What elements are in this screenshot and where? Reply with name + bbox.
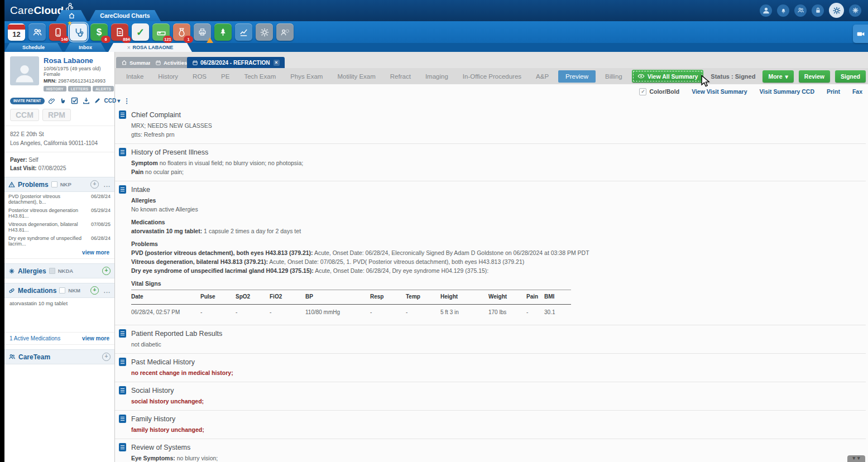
medications-panel-header[interactable]: Medications NKM + ...: [4, 283, 114, 298]
allergies-panel-header[interactable]: Allergies NKDA +: [4, 263, 114, 278]
chip-alerts[interactable]: ALERTS: [93, 86, 114, 92]
subtab-motility-exam[interactable]: Motility Exam: [330, 73, 382, 80]
tab-visit-label: 06/28/2024 - REFRACTION: [200, 60, 270, 66]
settings-gears-button[interactable]: [829, 3, 844, 18]
close-icon[interactable]: ×: [127, 45, 131, 51]
subtab-tech-exam[interactable]: Tech Exam: [237, 73, 283, 80]
subtab-ap[interactable]: A&P: [529, 73, 556, 80]
add-problem-button[interactable]: +: [90, 180, 99, 189]
schedule-calendar-button[interactable]: 12: [8, 23, 25, 41]
tab-inbox[interactable]: Inbox: [65, 43, 106, 52]
problem-row[interactable]: Posterior vitreous degeneration H43.81..…: [4, 206, 114, 220]
vitals-col: FiO2: [270, 290, 305, 305]
vitals-cell: 5 ft 3 in: [440, 305, 488, 321]
settings-button[interactable]: [256, 23, 273, 41]
nav-carecloud-charts-tab[interactable]: CareCloud Charts: [89, 10, 161, 21]
signed-button[interactable]: Signed: [835, 70, 866, 83]
problem-row[interactable]: Vitreous degeneration, bilateral H43.81.…: [4, 220, 114, 234]
subtab-intake[interactable]: Intake: [119, 73, 151, 80]
problems-view-more-link[interactable]: view more: [4, 248, 114, 259]
subtab-billing[interactable]: Billing: [598, 73, 630, 80]
fax-link[interactable]: Fax: [852, 88, 862, 95]
subtab-imaging[interactable]: Imaging: [418, 73, 455, 80]
avatar[interactable]: [10, 56, 39, 85]
privacy-lock-button[interactable]: [812, 4, 824, 17]
subtab-refract[interactable]: Refract: [383, 73, 418, 80]
notifications-button[interactable]: [777, 4, 789, 17]
chip-history[interactable]: HISTORY: [44, 86, 66, 92]
patient-name[interactable]: Rosa Labaone: [44, 56, 114, 65]
review-button[interactable]: Review: [799, 70, 830, 83]
invite-patient-button[interactable]: INVITE PATIENT: [10, 98, 45, 104]
problem-row[interactable]: Dry eye syndrome of unspecified lacrim..…: [4, 234, 114, 248]
tab-schedule[interactable]: Schedule: [4, 43, 63, 52]
calendar-icon: [155, 60, 161, 66]
user-avatar[interactable]: [760, 4, 772, 17]
careteam-panel-header[interactable]: CareTeam +: [4, 349, 114, 364]
subtab-in-office-procedures[interactable]: In-Office Procedures: [455, 73, 529, 80]
subtab-preview[interactable]: Preview: [558, 70, 596, 83]
gear-icon: [260, 27, 270, 37]
problems-more-button[interactable]: ...: [104, 181, 111, 188]
directory-button[interactable]: [794, 4, 807, 17]
subtab-pe[interactable]: PE: [214, 73, 237, 80]
print-link[interactable]: Print: [827, 88, 840, 95]
scroll-widget[interactable]: ▾▾: [847, 455, 865, 462]
close-icon[interactable]: ×: [274, 60, 280, 66]
analytics-button[interactable]: [235, 23, 252, 41]
chip-letters[interactable]: LETTERS: [68, 86, 92, 92]
consent-button[interactable]: [70, 97, 79, 105]
add-careteam-button[interactable]: +: [102, 353, 111, 361]
tab-visit-refraction[interactable]: 06/28/2024 - REFRACTION ×: [187, 57, 285, 68]
visit-summary-ccd-link[interactable]: Visit Summary CCD: [760, 88, 814, 95]
census-button[interactable]: 121: [152, 23, 170, 41]
add-allergy-button[interactable]: +: [102, 267, 111, 275]
telehealth-video-button[interactable]: [853, 25, 868, 43]
attachment-button[interactable]: [48, 97, 56, 105]
note-icon: [119, 185, 126, 194]
collections-button[interactable]: 1: [173, 23, 190, 41]
charts-clinical-button[interactable]: ★: [70, 23, 87, 41]
messages-button[interactable]: 146: [49, 23, 66, 41]
view-visit-summary-link[interactable]: View Visit Summary: [692, 88, 747, 95]
nkda-checkbox[interactable]: [49, 268, 55, 274]
problems-panel-header[interactable]: Problems NKP + ...: [4, 177, 114, 192]
billing-button[interactable]: $6: [90, 23, 108, 41]
growth-button[interactable]: [214, 23, 232, 41]
add-medication-button[interactable]: +: [90, 286, 99, 295]
rpm-button[interactable]: RPM: [42, 109, 71, 121]
claims-button[interactable]: 884: [111, 23, 128, 41]
intake-hand-button[interactable]: [59, 97, 67, 105]
subtab-phys-exam[interactable]: Phys Exam: [283, 73, 330, 80]
tasks-button[interactable]: ✓: [132, 23, 149, 41]
payer-block: Payer: Self Last Visit: 07/08/2025: [4, 152, 114, 177]
problem-row[interactable]: PVD (posterior vitreous detachment), b..…: [4, 192, 114, 206]
medication-item[interactable]: atorvastatin 10 mg tablet: [4, 298, 114, 309]
section-title: Intake: [131, 186, 150, 194]
person-silhouette-icon: [12, 61, 37, 85]
apps-button[interactable]: [849, 4, 861, 17]
home-icon: [68, 12, 75, 20]
patients-button[interactable]: [28, 23, 46, 41]
edit-button[interactable]: [94, 97, 101, 104]
view-all-summary-button[interactable]: View All Summary: [632, 70, 703, 83]
download-button[interactable]: [82, 97, 90, 105]
tab-activities[interactable]: Activities: [150, 57, 192, 68]
more-button[interactable]: More▾: [763, 70, 793, 83]
color-bold-checkbox[interactable]: ✓: [639, 88, 646, 95]
fax-button[interactable]: [194, 23, 211, 41]
nkp-checkbox[interactable]: [51, 181, 57, 187]
admin-button[interactable]: [276, 23, 294, 41]
family-history-text: family history unchanged;: [131, 425, 866, 434]
more-options-button[interactable]: ⋮: [123, 97, 131, 105]
ccm-button[interactable]: CCM: [10, 109, 39, 121]
patient-card: Rosa Labaone 10/06/1975 (49 years old) F…: [4, 52, 114, 93]
subtab-history[interactable]: History: [151, 73, 185, 80]
medications-view-more-link[interactable]: view more: [82, 335, 109, 341]
medications-more-button[interactable]: ...: [104, 287, 111, 294]
ccd-dropdown[interactable]: CCD▾: [104, 98, 121, 104]
subtab-ros[interactable]: ROS: [185, 73, 214, 80]
nkm-checkbox[interactable]: [59, 287, 65, 293]
color-bold-toggle[interactable]: ✓ Color/Bold: [639, 88, 679, 95]
tab-patient-rosa-labaone[interactable]: × ROSA LABAONE: [108, 43, 192, 52]
